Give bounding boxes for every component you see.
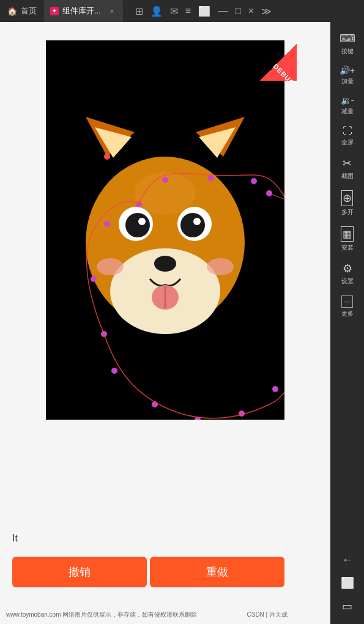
svg-point-12: [154, 256, 176, 272]
home-icon: 🏠: [7, 7, 17, 16]
menu-icon[interactable]: ≡: [185, 6, 191, 17]
vol-up-label: 加量: [341, 77, 354, 86]
sidebar-item-screenshot[interactable]: ✂ 截图: [330, 152, 364, 185]
fullscreen-icon: ⛶: [343, 125, 352, 136]
svg-point-7: [125, 213, 150, 237]
install-icon: ▦: [341, 226, 354, 242]
action-bar: 撤销 重做: [0, 557, 297, 587]
svg-point-16: [207, 258, 234, 275]
tab-app-icon: ✦: [50, 7, 59, 15]
svg-point-24: [111, 368, 117, 374]
install-label: 安装: [341, 243, 354, 252]
screenshot-label: 截图: [341, 172, 354, 180]
multi-open-label: 多开: [341, 208, 354, 217]
maximize-icon[interactable]: □: [235, 6, 241, 17]
home-nav-icon: ⬜: [341, 576, 354, 590]
user-icon[interactable]: 👤: [150, 6, 163, 17]
mail-icon[interactable]: ✉: [170, 6, 178, 17]
settings-icon: ⚙: [343, 262, 352, 275]
right-sidebar: ⌨ 按键 🔊+ 加量 🔉- 减量 ⛶ 全屏 ✂ 截图 ⊕ 多开 ▦ 安装 ⚙: [330, 22, 364, 624]
it-text-area: It: [12, 526, 294, 551]
it-label: It: [12, 533, 18, 544]
content-area: DEBUG: [0, 22, 330, 624]
svg-point-10: [180, 213, 205, 237]
sidebar-item-vol-up[interactable]: 🔊+ 加量: [330, 61, 364, 91]
footer-left: www.toymoban.com 网络图片仅供展示，非存储，如有侵权请联系删除: [6, 611, 197, 619]
more-label: 更多: [341, 310, 354, 318]
svg-point-27: [239, 410, 245, 417]
nav-icons: ⊞ 👤 ✉ ≡ ⬜ — □ × ≫: [135, 6, 272, 17]
vol-down-label: 减量: [341, 107, 354, 116]
sidebar-item-multi-open[interactable]: ⊕ 多开: [330, 185, 364, 221]
sidebar-item-back[interactable]: ←: [330, 549, 364, 571]
fullscreen-label: 全屏: [341, 138, 354, 147]
footer-right: CSDN | 许天成: [247, 611, 288, 619]
svg-point-21: [104, 221, 110, 227]
dog-illustration: [46, 40, 284, 420]
tab-label: 组件库开...: [62, 6, 101, 17]
sidebar-item-home-nav[interactable]: ⬜: [330, 571, 364, 595]
tab-close-button[interactable]: ×: [107, 6, 117, 16]
sidebar-item-keyboard[interactable]: ⌨ 按键: [330, 27, 364, 61]
settings-label: 设置: [341, 277, 354, 286]
vol-down-icon: 🔉-: [341, 95, 354, 105]
gamepad-icon[interactable]: ⊞: [135, 6, 143, 17]
svg-point-36: [162, 177, 168, 183]
canvas-wrapper[interactable]: [46, 40, 284, 420]
svg-line-37: [269, 193, 284, 209]
svg-point-35: [208, 175, 214, 181]
svg-point-28: [272, 386, 278, 392]
debug-badge: DEBUG: [260, 44, 297, 81]
sidebar-bottom: ← ⬜ ▭: [330, 549, 364, 624]
sidebar-item-install[interactable]: ▦ 安装: [330, 221, 364, 257]
main-area: DEBUG: [0, 22, 364, 624]
svg-point-8: [138, 218, 146, 225]
screenshot-icon: ✂: [343, 157, 352, 170]
sidebar-item-recent[interactable]: ▭: [330, 595, 364, 618]
keyboard-icon: ⌨: [340, 32, 355, 45]
sidebar-item-more[interactable]: ··· 更多: [330, 291, 364, 323]
vol-up-icon: 🔊+: [340, 65, 355, 75]
multi-open-icon: ⊕: [341, 190, 353, 206]
svg-point-34: [251, 178, 257, 184]
title-bar: 🏠 首页 ✦ 组件库开... × ⊞ 👤 ✉ ≡ ⬜ — □ × ≫: [0, 0, 364, 22]
redo-button[interactable]: 重做: [150, 557, 284, 587]
home-label: 首页: [21, 6, 37, 17]
window-close-icon[interactable]: ×: [248, 6, 254, 17]
tab-active[interactable]: ✦ 组件库开... ×: [44, 0, 123, 22]
svg-point-11: [193, 218, 201, 225]
chevron-right-icon[interactable]: ≫: [261, 6, 272, 17]
more-icon: ···: [341, 295, 352, 308]
sidebar-item-vol-down[interactable]: 🔉- 减量: [330, 91, 364, 121]
svg-point-15: [97, 258, 124, 275]
recent-icon: ▭: [342, 600, 352, 613]
svg-point-18: [104, 154, 110, 160]
tab-home[interactable]: 🏠 首页: [0, 0, 44, 22]
sidebar-item-fullscreen[interactable]: ⛶ 全屏: [330, 121, 364, 152]
keyboard-label: 按键: [341, 47, 354, 56]
grid-icon[interactable]: ⬜: [198, 6, 210, 17]
svg-point-22: [91, 276, 97, 282]
sidebar-item-settings[interactable]: ⚙ 设置: [330, 257, 364, 291]
cancel-button[interactable]: 撤销: [12, 557, 147, 587]
minimize-icon[interactable]: —: [218, 6, 228, 17]
back-icon: ←: [342, 554, 353, 566]
